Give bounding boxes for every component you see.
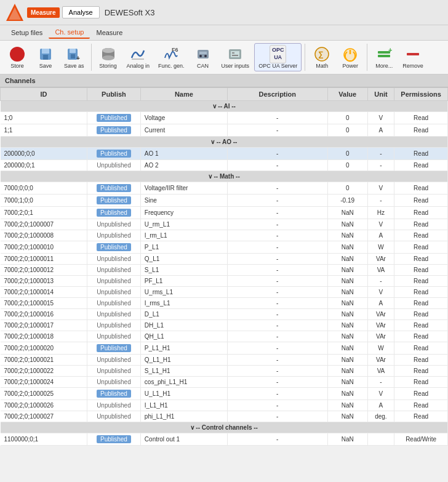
measure-tab-active[interactable]: Measure (27, 7, 60, 18)
published-badge[interactable]: Published (97, 344, 131, 352)
cell-publish[interactable]: Unpublished (87, 230, 141, 241)
published-badge[interactable]: Published (97, 390, 131, 398)
unpublished-label[interactable]: Unpublished (97, 413, 131, 420)
func-gen-button[interactable]: F6 Func. gen. (154, 44, 188, 71)
published-badge[interactable]: Published (97, 150, 131, 158)
save-button[interactable]: Save (32, 44, 59, 71)
table-row[interactable]: 7000;2;0;1000012UnpublishedS_L1-NaNVARea… (1, 265, 448, 276)
cell-publish[interactable]: Unpublished (87, 366, 141, 377)
unpublished-label[interactable]: Unpublished (97, 402, 131, 409)
table-row[interactable]: 7000;2;0;1000017UnpublishedDH_L1-NaNVArR… (1, 320, 448, 331)
table-row[interactable]: 7000;2;0;1000027Unpublishedphi_L1_H1-NaN… (1, 411, 448, 422)
menu-setup-files[interactable]: Setup files (5, 27, 49, 38)
table-row[interactable]: 7000;2;0;1000022UnpublishedS_L1_H1-NaNVA… (1, 366, 448, 377)
menu-measure[interactable]: Measure (90, 27, 129, 38)
table-row[interactable]: 7000;2;0;1000008UnpublishedI_rm_L1-NaNAR… (1, 230, 448, 241)
table-row[interactable]: 7000;2;0;1000011UnpublishedQ_L1-NaNVArRe… (1, 254, 448, 265)
cell-publish[interactable]: Unpublished (87, 298, 141, 309)
store-button[interactable]: Store (4, 44, 31, 71)
table-row[interactable]: 7000;2;0;1000015UnpublishedI_rms_L1-NaNA… (1, 298, 448, 309)
published-badge[interactable]: Published (97, 196, 131, 204)
save-as-button[interactable]: + Save as (60, 44, 88, 71)
storing-button[interactable]: Storing (95, 44, 122, 71)
cell-unit: A (367, 400, 394, 411)
analog-in-button[interactable]: Analog in (123, 44, 154, 71)
channels-table-container[interactable]: ID Publish Name Description Value Unit P… (0, 87, 448, 446)
unpublished-label[interactable]: Unpublished (97, 356, 131, 363)
cell-publish[interactable]: Published (87, 433, 141, 446)
cell-publish[interactable]: Published (87, 124, 141, 137)
table-row[interactable]: 200000;0;1UnpublishedAO 2-0-Read (1, 160, 448, 171)
unpublished-label[interactable]: Unpublished (97, 322, 131, 329)
cell-publish[interactable]: Published (87, 148, 141, 160)
cell-publish[interactable]: Unpublished (87, 411, 141, 422)
cell-publish[interactable]: Unpublished (87, 160, 141, 171)
table-row[interactable]: 7000;2;0;1000025PublishedU_L1_H1-NaNVRea… (1, 388, 448, 400)
power-button[interactable]: Power (337, 44, 364, 71)
published-badge[interactable]: Published (97, 126, 131, 134)
user-inputs-button[interactable]: User inputs (218, 44, 254, 71)
table-row[interactable]: 7000;2;0;1000010PublishedP_L1-NaNWRead (1, 241, 448, 254)
analyse-tab-btn[interactable]: Analyse (62, 6, 100, 18)
table-row[interactable]: 7000;2;0;1PublishedFrequency-NaNHzRead (1, 207, 448, 219)
table-row[interactable]: 200000;0;0PublishedAO 1-0-Read (1, 148, 448, 160)
opc-ua-server-button[interactable]: OPCUA OPC UA Server (254, 43, 302, 71)
table-row[interactable]: 7000;2;0;1000021UnpublishedQ_L1_H1-NaNVA… (1, 355, 448, 366)
math-button[interactable]: ∑ Math (308, 44, 335, 71)
cell-publish[interactable]: Unpublished (87, 254, 141, 265)
cell-publish[interactable]: Unpublished (87, 320, 141, 331)
table-row[interactable]: 7000;2;0;1000014UnpublishedU_rms_L1-NaNV… (1, 287, 448, 298)
unpublished-label[interactable]: Unpublished (97, 368, 131, 374)
published-badge[interactable]: Published (97, 435, 131, 443)
cell-permissions: Read (394, 112, 448, 124)
published-badge[interactable]: Published (97, 243, 131, 251)
table-row[interactable]: 1100000;0;1PublishedControl out 1-NaNRea… (1, 433, 448, 446)
cell-publish[interactable]: Unpublished (87, 309, 141, 320)
published-badge[interactable]: Published (97, 184, 131, 192)
published-badge[interactable]: Published (97, 114, 131, 122)
table-row[interactable]: 7000;2;0;1000013UnpublishedPF_L1-NaN-Rea… (1, 276, 448, 287)
unpublished-label[interactable]: Unpublished (97, 333, 131, 340)
cell-publish[interactable]: Unpublished (87, 331, 141, 342)
cell-publish[interactable]: Published (87, 195, 141, 207)
remove-button[interactable]: Remove (399, 44, 427, 71)
table-row[interactable]: 7000;2;0;1000020PublishedP_L1_H1-NaNWRea… (1, 342, 448, 355)
cell-publish[interactable]: Unpublished (87, 265, 141, 276)
table-row[interactable]: 1;0PublishedVoltage-0VRead (1, 112, 448, 124)
table-row[interactable]: 7000;2;0;1000016UnpublishedD_L1-NaNVArRe… (1, 309, 448, 320)
table-row[interactable]: 7000;2;0;1000024Unpublishedcos_phi_L1_H1… (1, 377, 448, 388)
unpublished-label[interactable]: Unpublished (97, 162, 131, 169)
cell-publish[interactable]: Published (87, 182, 141, 195)
menu-ch-setup[interactable]: Ch. setup (49, 26, 90, 39)
unpublished-label[interactable]: Unpublished (97, 232, 131, 239)
cell-publish[interactable]: Unpublished (87, 276, 141, 287)
cell-publish[interactable]: Published (87, 112, 141, 124)
cell-publish[interactable]: Published (87, 241, 141, 254)
table-row[interactable]: 7000;1;0;0PublishedSine--0.19-Read (1, 195, 448, 207)
unpublished-label[interactable]: Unpublished (97, 278, 131, 284)
unpublished-label[interactable]: Unpublished (97, 379, 131, 385)
cell-publish[interactable]: Published (87, 342, 141, 355)
table-row[interactable]: 7000;2;0;1000018UnpublishedQH_L1-NaNVArR… (1, 331, 448, 342)
unpublished-label[interactable]: Unpublished (97, 300, 131, 307)
unpublished-label[interactable]: Unpublished (97, 267, 131, 273)
unpublished-label[interactable]: Unpublished (97, 255, 131, 262)
cell-publish[interactable]: Unpublished (87, 219, 141, 230)
unpublished-label[interactable]: Unpublished (97, 289, 131, 295)
cell-publish[interactable]: Unpublished (87, 355, 141, 366)
published-badge[interactable]: Published (97, 209, 131, 217)
cell-publish[interactable]: Published (87, 207, 141, 219)
more-button[interactable]: + More... (370, 44, 398, 71)
unpublished-label[interactable]: Unpublished (97, 221, 131, 228)
table-row[interactable]: 7000;0;0;0PublishedVoltage/IIR filter-0V… (1, 182, 448, 195)
unpublished-label[interactable]: Unpublished (97, 311, 131, 318)
table-row[interactable]: 7000;2;0;1000007UnpublishedU_rm_L1-NaNVR… (1, 219, 448, 230)
cell-publish[interactable]: Unpublished (87, 400, 141, 411)
table-row[interactable]: 7000;2;0;1000026UnpublishedI_L1_H1-NaNAR… (1, 400, 448, 411)
cell-publish[interactable]: Published (87, 388, 141, 400)
cell-publish[interactable]: Unpublished (87, 377, 141, 388)
cell-publish[interactable]: Unpublished (87, 287, 141, 298)
table-row[interactable]: 1;1PublishedCurrent-0ARead (1, 124, 448, 137)
channels-table: ID Publish Name Description Value Unit P… (0, 87, 448, 446)
can-button[interactable]: CAN (190, 44, 217, 71)
